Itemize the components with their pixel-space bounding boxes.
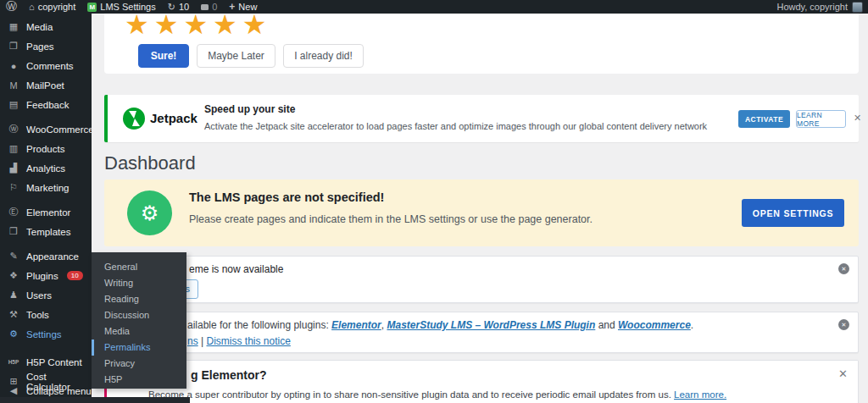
sidebar-label: H5P Content — [26, 357, 82, 367]
comments-link[interactable]: 0 — [195, 0, 223, 14]
sidebar-item-comments[interactable]: ● Comments — [0, 56, 92, 75]
mailpoet-icon: M — [8, 80, 19, 91]
sidebar-item-pages[interactable]: ❐ Pages — [0, 36, 92, 56]
settings-flyout-menu: General Writing Reading Discussion Media… — [92, 252, 186, 389]
sidebar-label: Templates — [26, 227, 70, 237]
sidebar-label: Users — [26, 290, 52, 301]
updates-count: 10 — [179, 2, 189, 12]
elementor-icon: Ⓔ — [8, 206, 19, 218]
sidebar-item-templates[interactable]: ❒ Templates — [0, 222, 92, 241]
status-tooltip-bar — [0, 397, 190, 403]
sidebar-label: Marketing — [26, 183, 70, 193]
updates-icon: ↻ — [168, 2, 175, 13]
templates-icon: ❒ — [8, 226, 19, 237]
users-icon: ♟ — [8, 290, 19, 301]
theme-update-notice: eme is now available s ✕ — [104, 256, 859, 303]
sidebar-item-mailpoet[interactable]: M MailPoet — [0, 75, 92, 95]
sidebar-item-settings[interactable]: ⚙ Settings — [0, 324, 92, 344]
jetpack-logo-icon — [123, 108, 145, 130]
page-title: Dashboard — [104, 152, 196, 174]
collapse-arrow-icon: ◀ — [8, 385, 19, 396]
elementor-link[interactable]: Elementor — [331, 319, 381, 331]
flyout-item-discussion[interactable]: Discussion — [92, 307, 186, 323]
sidebar-item-elementor[interactable]: Ⓔ Elementor — [0, 202, 92, 222]
plus-icon: + — [229, 1, 235, 13]
sidebar-item-feedback[interactable]: ▤ Feedback — [0, 95, 92, 114]
flyout-item-h5p[interactable]: H5P — [92, 372, 186, 388]
open-settings-button[interactable]: OPEN SETTINGS — [742, 199, 844, 227]
rating-buttons: Sure! Maybe Later I already did! — [138, 44, 364, 68]
site-link[interactable]: ⌂ copyright — [23, 0, 81, 14]
sidebar-item-plugins[interactable]: ❖ Plugins 10 — [0, 266, 92, 285]
flyout-item-reading[interactable]: Reading — [92, 291, 186, 307]
flyout-item-media[interactable]: Media — [92, 323, 186, 340]
lms-settings-link[interactable]: M LMS Settings — [81, 0, 161, 14]
period-text: . — [691, 319, 693, 331]
lms-notice-description: Please create pages and indicate them in… — [189, 213, 593, 225]
pages-icon: ❐ — [8, 41, 19, 52]
wordpress-admin-page: Ⓦ ⌂ copyright M LMS Settings ↻ 10 0 + Ne… — [0, 0, 868, 403]
learn-more-button[interactable]: LEARN MORE — [796, 110, 846, 128]
sidebar-label: Appearance — [26, 251, 79, 262]
howdy-text: Howdy, copyright — [776, 2, 848, 12]
sidebar-label: Plugins — [26, 271, 58, 281]
sidebar-item-h5p-content[interactable]: H5P H5P Content — [0, 352, 92, 372]
rating-prompt-card: ★★★★★ Sure! Maybe Later I already did! — [104, 14, 859, 74]
sidebar-label: Tools — [26, 310, 49, 320]
appearance-icon: ✎ — [8, 251, 19, 262]
close-icon[interactable]: ✕ — [838, 367, 848, 380]
media-icon: ▦ — [8, 21, 19, 32]
h5p-icon: H5P — [8, 359, 19, 365]
comments-count: 0 — [212, 2, 217, 12]
activate-button[interactable]: ACTIVATE — [738, 110, 790, 128]
flyout-item-privacy[interactable]: Privacy — [92, 356, 186, 372]
flyout-item-permalinks[interactable]: Permalinks — [92, 340, 186, 356]
plugins-update-badge: 10 — [67, 271, 83, 280]
learn-more-link[interactable]: Learn more. — [674, 389, 726, 400]
lms-pages-notice: ⚙ The LMS pages are not specified! Pleas… — [104, 179, 859, 246]
sidebar-label: WooCommerce — [26, 124, 94, 135]
settings-gear-icon: ⚙ — [8, 328, 19, 340]
sidebar-label: Settings — [26, 329, 62, 340]
pipe-text: | — [198, 335, 207, 347]
elementor-notice: g Elementor? Become a super contributor … — [104, 360, 859, 403]
sidebar-item-marketing[interactable]: ⚐ Marketing — [0, 178, 92, 197]
plugin-updates-notice: ailable for the following plugins: Eleme… — [104, 312, 859, 353]
dismiss-icon[interactable]: ✕ — [838, 263, 849, 274]
dismiss-notice-link[interactable]: Dismiss this notice — [206, 335, 290, 347]
sidebar-item-tools[interactable]: ⚒ Tools — [0, 305, 92, 324]
woocommerce-icon: ⓦ — [8, 123, 19, 135]
and-text: and — [595, 319, 618, 331]
already-did-button[interactable]: I already did! — [283, 44, 364, 68]
updates-link[interactable]: ↻ 10 — [162, 0, 195, 14]
sidebar-item-media[interactable]: ▦ Media — [0, 17, 92, 36]
update-plugins-link[interactable]: ns — [187, 335, 198, 347]
sidebar-item-products[interactable]: ▥ Products — [0, 139, 92, 158]
new-content-menu[interactable]: + New — [223, 0, 263, 14]
wp-menu[interactable]: Ⓦ — [0, 0, 23, 14]
sidebar-item-woocommerce[interactable]: ⓦ WooCommerce — [0, 119, 92, 139]
marketing-icon: ⚐ — [8, 182, 19, 193]
masterstudy-link[interactable]: MasterStudy LMS – WordPress LMS Plugin — [387, 319, 595, 331]
dismiss-icon[interactable]: ✕ — [838, 319, 849, 330]
close-icon[interactable]: ✕ — [854, 113, 861, 124]
maybe-later-button[interactable]: Maybe Later — [197, 44, 275, 68]
sidebar-label: Pages — [26, 41, 54, 52]
products-icon: ▥ — [8, 143, 19, 154]
jetpack-brand: Jetpack — [150, 111, 198, 125]
sidebar-item-users[interactable]: ♟ Users — [0, 285, 92, 305]
flyout-item-writing[interactable]: Writing — [92, 275, 186, 291]
sidebar-item-analytics[interactable]: ▟ Analytics — [0, 158, 92, 178]
jetpack-banner: Jetpack Speed up your site Activate the … — [104, 95, 859, 142]
sure-button[interactable]: Sure! — [138, 44, 189, 68]
woocommerce-link[interactable]: Woocommerce — [618, 319, 691, 331]
plugin-notice-line1: ailable for the following plugins: Eleme… — [187, 319, 693, 331]
sidebar-label: MailPoet — [26, 80, 64, 91]
plugin-notice-fragment: ailable for the following plugins: — [187, 319, 331, 331]
account-menu[interactable]: Howdy, copyright — [776, 2, 868, 13]
elementor-notice-body: Become a super contributor by opting in … — [148, 389, 726, 400]
flyout-item-general[interactable]: General — [92, 259, 186, 275]
sidebar-label: Feedback — [26, 100, 70, 110]
sidebar-item-appearance[interactable]: ✎ Appearance — [0, 246, 92, 266]
admin-bar: Ⓦ ⌂ copyright M LMS Settings ↻ 10 0 + Ne… — [0, 0, 868, 14]
